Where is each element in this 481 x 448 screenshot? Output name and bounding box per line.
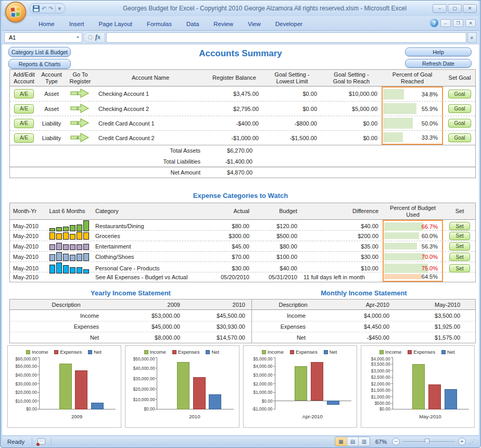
chart-bar-net	[445, 389, 457, 409]
chart-bar-income	[295, 366, 307, 401]
resize-grip-icon[interactable]: ⋰	[469, 438, 476, 445]
expense-category: Entertainment	[92, 243, 206, 250]
add-edit-account-button[interactable]: A/E	[14, 133, 34, 143]
chart-plot-area	[275, 357, 351, 409]
expense-difference: $30.00	[301, 254, 383, 260]
y-tick-mark	[37, 357, 40, 358]
ribbon-tab-insert[interactable]: Insert	[62, 18, 92, 30]
normal-view-button[interactable]: ▦	[335, 437, 347, 446]
y-tick-label: $1,500.00	[371, 388, 390, 393]
income-statements: Description20092010Income$53,000.00$45,5…	[9, 299, 476, 343]
expense-category: Personal Care - Products	[92, 265, 206, 271]
legend-item: Expenses	[54, 349, 82, 355]
ribbon-tabs: HomeInsertPage LayoutFormulasDataReviewV…	[31, 18, 310, 30]
set-budget-button[interactable]: Set	[449, 242, 470, 251]
name-box-dropdown-icon[interactable]: ▼	[76, 35, 82, 39]
ribbon-tab-view[interactable]: View	[240, 18, 268, 30]
expense-section-title: Expense Categories to Watch	[2, 192, 479, 200]
statement-row: Income$53,000.00$45,500.00	[10, 310, 251, 321]
y-tick-mark	[155, 399, 157, 400]
go-to-register-arrow-icon[interactable]: 4	[70, 132, 91, 144]
view-shortcuts: ▦ ▤ ▥	[335, 437, 370, 446]
maximize-button[interactable]: ▢	[448, 4, 462, 13]
add-edit-account-button[interactable]: A/E	[14, 89, 34, 98]
legend-item: Expenses	[408, 349, 435, 355]
undo-icon[interactable]: ↶	[42, 6, 46, 11]
zoom-in-button[interactable]: +	[458, 438, 466, 445]
ribbon-tab-page-layout[interactable]: Page Layout	[91, 18, 140, 30]
sparkline-bar	[49, 244, 55, 250]
account-row: A/EAsset1Checking Account 1$3,475.00$0.0…	[10, 86, 475, 101]
zoom-slider[interactable]	[403, 438, 455, 445]
set-goal-button[interactable]: Goal	[448, 133, 471, 142]
redo-icon[interactable]: ↷	[48, 6, 53, 11]
macro-record-icon[interactable]	[36, 438, 47, 446]
legend-label: Income	[385, 349, 401, 355]
minimize-button[interactable]: –	[433, 4, 447, 13]
help-icon[interactable]: ?	[430, 19, 438, 27]
expense-budget: $100.00	[254, 254, 301, 260]
insert-function-area: fx	[83, 32, 105, 43]
office-button[interactable]	[5, 2, 26, 22]
go-to-register-arrow-icon[interactable]: 2	[70, 103, 91, 115]
chart-category-label: May-2010	[389, 414, 471, 419]
y-tick-label: $20,000.00	[15, 390, 37, 395]
ribbon-tab-developer[interactable]: Developer	[268, 18, 310, 30]
ribbon-tab-home[interactable]: Home	[31, 18, 62, 30]
go-to-register-arrow-icon[interactable]: 1	[70, 88, 91, 99]
doc-restore-button[interactable]: ❐	[453, 19, 463, 27]
y-tick-mark	[391, 396, 393, 397]
y-tick-label: -$1,000.00	[252, 406, 273, 412]
legend-item: Income	[379, 349, 401, 355]
y-tick-mark	[37, 392, 40, 393]
help-button[interactable]: Help	[405, 47, 472, 56]
chart-bar-income	[59, 364, 72, 409]
page-layout-view-button[interactable]: ▤	[347, 437, 358, 446]
y-tick-mark	[391, 364, 393, 365]
formula-input[interactable]	[106, 32, 466, 43]
set-budget-button[interactable]: Set	[449, 222, 470, 230]
add-edit-account-button[interactable]: A/E	[14, 119, 34, 128]
set-budget-button[interactable]: Set	[449, 232, 470, 240]
refresh-date-button[interactable]: Refresh Date	[405, 59, 472, 68]
y-tick-mark	[273, 392, 275, 393]
chart-bar-expenses	[75, 370, 87, 409]
y-tick-mark	[155, 389, 157, 389]
y-tick-mark	[37, 375, 40, 375]
svg-text:3: 3	[77, 121, 79, 125]
close-button[interactable]: ✕	[463, 4, 477, 13]
expense-row: May-2010Groceries$300.00$500.00$200.0060…	[10, 230, 475, 241]
ribbon-tab-data[interactable]: Data	[179, 18, 206, 30]
set-goal-button[interactable]: Goal	[448, 104, 471, 113]
zoom-out-button[interactable]: −	[392, 438, 400, 445]
doc-close-button[interactable]: ✕	[465, 19, 476, 27]
legend-label: Net	[330, 349, 337, 355]
save-icon[interactable]	[33, 5, 40, 12]
goal-lowest-limit: $0.00	[263, 106, 321, 112]
qat-customize-icon[interactable]: ▾	[58, 6, 61, 11]
set-goal-button[interactable]: Goal	[448, 90, 471, 98]
set-budget-button[interactable]: Set	[449, 253, 470, 261]
sparkline-bar	[63, 265, 69, 273]
add-edit-account-button[interactable]: A/E	[14, 104, 34, 114]
statement-cell: $1,925.00	[405, 323, 476, 330]
legend-label: Income	[268, 349, 284, 355]
name-box[interactable]: A1 ▼	[4, 32, 82, 43]
ribbon-tab-formulas[interactable]: Formulas	[140, 18, 179, 30]
ribbon-tab-review[interactable]: Review	[206, 18, 240, 30]
insert-function-button[interactable]: fx	[95, 33, 100, 41]
page-break-view-button[interactable]: ▥	[358, 437, 370, 446]
budget-databar-peach	[384, 274, 422, 279]
statement-cell: Net	[10, 334, 122, 341]
reports-charts-button[interactable]: Reports & Charts	[8, 59, 71, 69]
expand-formula-bar-icon[interactable]: »	[467, 32, 477, 43]
statement-cell: $1,575.00	[405, 334, 476, 341]
doc-minimize-button[interactable]: –	[440, 19, 451, 27]
goal-to-reach: $10,000.00	[321, 91, 382, 97]
set-budget-button[interactable]: Set	[449, 264, 470, 272]
expense-difference: $10.00	[301, 265, 383, 271]
expense-row: May-2010Personal Care - Products$30.00$4…	[10, 262, 475, 272]
go-to-register-arrow-icon[interactable]: 3	[70, 118, 91, 129]
set-goal-button[interactable]: Goal	[448, 119, 471, 128]
chart-body: $50,000.00$40,000.00$30,000.00$20,000.00…	[128, 357, 235, 409]
